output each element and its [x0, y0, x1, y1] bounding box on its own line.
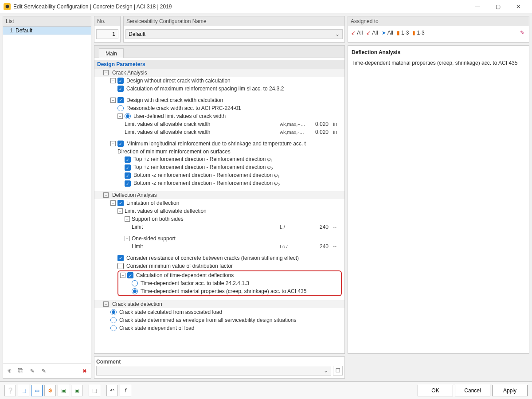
row-support-both-limit[interactable]: LimitL /240-- [94, 223, 344, 231]
row-dir-min-reinf[interactable]: Direction of minimum reinforcement on su… [94, 148, 344, 156]
expander-icon[interactable]: − [103, 192, 109, 198]
expander-icon[interactable]: − [110, 141, 116, 146]
apply-button[interactable]: Apply [492, 385, 528, 396]
list-panel: List 1 Default ✳ ⿻ ✎ ✎ ✖ [3, 16, 91, 379]
assign-edit-button[interactable]: ✎ [517, 28, 527, 38]
tool-button-1[interactable]: ✎ [27, 366, 38, 376]
row-limit-crack-2[interactable]: Limit values of allowable crack widthwk,… [94, 128, 344, 136]
maximize-button[interactable]: ▢ [488, 0, 508, 13]
row-crack-state-2[interactable]: Crack state determined as envelope from … [94, 316, 344, 324]
expander-icon[interactable]: − [125, 216, 130, 222]
name-dropdown[interactable]: Default ⌄ [125, 29, 343, 39]
row-crack-state-3[interactable]: Crack state independent of load [94, 324, 344, 332]
checkbox[interactable] [117, 200, 124, 206]
row-consider-min[interactable]: Consider minimum value of distribution f… [94, 262, 344, 270]
expander-icon[interactable]: − [117, 208, 123, 214]
row-user-defined[interactable]: −User-defined limit values of crack widt… [94, 112, 344, 120]
radio[interactable] [110, 325, 117, 331]
checkbox[interactable] [117, 141, 124, 147]
checkbox[interactable] [117, 97, 124, 103]
radio[interactable] [132, 288, 138, 294]
row-limitation[interactable]: −Limitation of deflection [94, 199, 344, 207]
row-calc-max-reinf[interactable]: Calculation of maximum reinforcement spa… [94, 85, 344, 93]
radio[interactable] [110, 309, 117, 315]
group-deflection[interactable]: −Deflection Analysis [94, 191, 344, 199]
minimize-button[interactable]: — [467, 0, 488, 13]
checkbox[interactable] [125, 172, 131, 179]
expander-icon[interactable]: − [125, 236, 130, 241]
expander-icon[interactable]: − [110, 200, 116, 206]
assigned-chip[interactable]: ▮1-3 [411, 29, 426, 37]
checkbox[interactable] [117, 255, 124, 261]
no-field[interactable]: 1 [96, 29, 118, 39]
chevron-down-icon: ⌄ [335, 31, 340, 37]
delete-button[interactable]: ✖ [79, 366, 90, 376]
tool-units[interactable]: ⬚ [18, 385, 29, 396]
row-support-both[interactable]: −Support on both sides [94, 215, 344, 223]
assigned-chip[interactable]: ▮1-3 [395, 29, 410, 37]
radio[interactable] [125, 113, 131, 119]
comment-box: Comment ⌄ ❐ [94, 356, 345, 379]
row-top-phi1[interactable]: Top +z reinforcement direction - Reinfor… [94, 156, 344, 164]
tool-model[interactable]: ⚙ [44, 385, 56, 396]
expander-icon[interactable]: − [120, 273, 125, 278]
row-td-material[interactable]: Time-dependent material properties (cree… [118, 287, 341, 295]
row-design-with[interactable]: −Design with direct crack width calculat… [94, 96, 344, 104]
row-calc-time-dep[interactable]: −Calculation of time-dependent deflectio… [118, 271, 341, 279]
row-one-sided-limit[interactable]: LimitLc /240-- [94, 243, 344, 250]
tab-main[interactable]: Main [99, 48, 124, 58]
row-limit-crack-1[interactable]: Limit values of allowable crack widthwk,… [94, 120, 344, 128]
expander-icon[interactable]: − [110, 78, 116, 83]
row-min-reinf[interactable]: −Minimum longitudinal reinforcement due … [94, 140, 344, 148]
row-design-without[interactable]: −Design without direct crack width calcu… [94, 77, 344, 85]
copy-button[interactable]: ⿻ [16, 366, 26, 376]
row-bot-phi1[interactable]: Bottom -z reinforcement direction - Rein… [94, 172, 344, 180]
checkbox[interactable] [125, 180, 131, 187]
list-toolbar: ✳ ⿻ ✎ ✎ ✖ [3, 364, 91, 378]
row-reasonable[interactable]: Reasonable crack width acc. to ACI PRC-2… [94, 104, 344, 112]
checkbox[interactable] [125, 156, 131, 163]
expander-icon[interactable]: − [103, 301, 109, 307]
comment-edit-button[interactable]: ❐ [333, 366, 343, 376]
radio[interactable] [110, 317, 117, 323]
row-consider-resist[interactable]: Consider resistance of concrete between … [94, 254, 344, 262]
close-button[interactable]: ✕ [508, 0, 528, 13]
tool-c[interactable]: ⬚ [89, 385, 100, 396]
function-button[interactable]: f [120, 385, 131, 396]
list-item[interactable]: 1 Default [3, 27, 91, 35]
checkbox[interactable] [117, 263, 124, 269]
group-crack-state[interactable]: −Crack state detection [94, 300, 344, 308]
checkbox[interactable] [117, 78, 124, 84]
assigned-chip[interactable]: ↙All [350, 29, 364, 37]
comment-dropdown[interactable]: ⌄ [96, 366, 331, 376]
checkbox[interactable] [125, 164, 131, 171]
expander-icon[interactable]: − [110, 98, 116, 103]
row-bot-phi2[interactable]: Bottom -z reinforcement direction - Rein… [94, 180, 344, 188]
help-button[interactable]: ❔ [4, 385, 16, 396]
window-title: Edit Serviceability Configuration | Conc… [13, 4, 467, 10]
assigned-chip[interactable]: ↙All [365, 29, 379, 37]
undo-button[interactable]: ↶ [106, 385, 118, 396]
tool-b[interactable]: ▣ [71, 385, 82, 396]
tool-button-2[interactable]: ✎ [39, 366, 49, 376]
checkbox[interactable] [127, 272, 133, 278]
checkbox[interactable] [117, 86, 124, 92]
row-td-factor[interactable]: Time-dependent factor acc. to table 24.2… [118, 279, 341, 287]
row-one-sided[interactable]: −One-sided support [94, 235, 344, 243]
group-crack-analysis[interactable]: −Crack Analysis [94, 69, 344, 77]
expander-icon[interactable]: − [117, 113, 123, 119]
ok-button[interactable]: OK [418, 385, 453, 396]
tool-frame[interactable]: ▭ [31, 385, 43, 396]
tool-a[interactable]: ▣ [58, 385, 69, 396]
tree: Design Parameters −Crack Analysis −Desig… [94, 58, 344, 353]
row-top-phi2[interactable]: Top +z reinforcement direction - Reinfor… [94, 164, 344, 172]
cancel-button[interactable]: Cancel [455, 385, 490, 396]
assigned-chip[interactable]: ➤All [380, 29, 395, 37]
radio[interactable] [132, 280, 138, 286]
add-button[interactable]: ✳ [4, 366, 15, 376]
assigned-box: Assigned to ↙All ↙All ➤All ▮1-3 ▮1-3 ✎ [348, 16, 529, 43]
expander-icon[interactable]: − [103, 70, 109, 75]
row-crack-state-1[interactable]: Crack state calculated from associated l… [94, 308, 344, 316]
radio[interactable] [117, 105, 124, 111]
row-limit-values-def[interactable]: −Limit values of allowable deflection [94, 207, 344, 215]
